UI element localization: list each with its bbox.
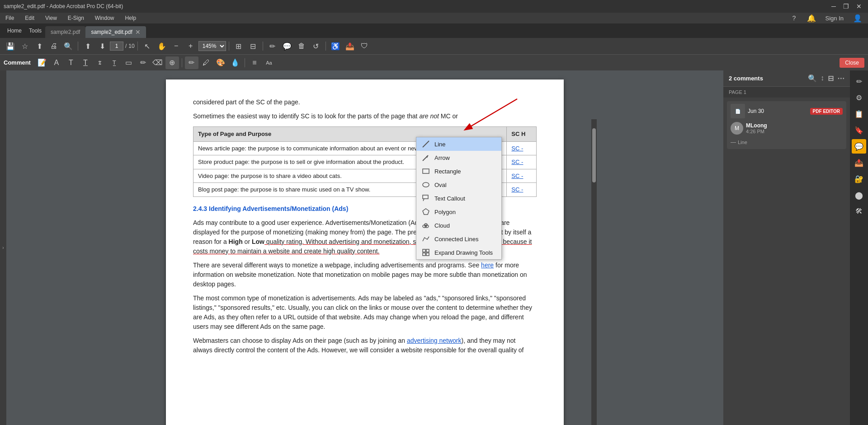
connected-lines-icon	[422, 235, 430, 243]
right-tool-4[interactable]: 🔖	[852, 123, 866, 137]
right-tool-5[interactable]: 📤	[852, 155, 866, 170]
prev-page-icon[interactable]: ⬆	[81, 40, 94, 52]
sticky-note-btn[interactable]: 📝	[35, 56, 49, 69]
text-box-btn[interactable]: ▭	[122, 56, 136, 69]
avatar: M	[731, 122, 743, 135]
para-ads3: The most common type of monetization is …	[193, 294, 537, 332]
table-header-2: SC H	[507, 127, 537, 142]
delete-icon[interactable]: 🗑	[295, 40, 308, 52]
stamp-btn[interactable]: ⊕	[165, 56, 179, 69]
table-cell-3-2: SC -	[507, 169, 537, 183]
refresh-icon[interactable]: ↺	[309, 40, 323, 52]
tab-close-icon[interactable]: ✕	[135, 28, 141, 36]
advertising-network-link[interactable]: advertising network	[407, 337, 462, 344]
comments-panel: 2 comments 🔍 ↕ ⊟ ⋯ PAGE 1 📄 Jun 30 PDF E…	[723, 70, 850, 425]
line-icon	[422, 140, 430, 148]
right-tool-7[interactable]: ⬤	[852, 188, 866, 202]
dd-connected-lines[interactable]: Connected Lines	[416, 232, 501, 246]
comment-draw-icon[interactable]: 💬	[280, 40, 294, 52]
list-btn[interactable]: ≡	[248, 56, 261, 69]
svg-rect-5	[423, 195, 428, 199]
restore-button[interactable]: ❐	[840, 2, 852, 11]
right-tool-comment-active[interactable]: 💬	[852, 139, 866, 154]
zoom-select[interactable]: 145%	[198, 41, 226, 51]
menu-view[interactable]: View	[43, 14, 59, 22]
pdf-viewer[interactable]: considered part of the SC of the page. S…	[6, 70, 723, 425]
svg-rect-14	[426, 253, 429, 256]
pdf-scrollbar[interactable]	[591, 119, 597, 425]
zoom-in-icon[interactable]: +	[184, 40, 198, 52]
hand-tool-icon[interactable]: ✋	[155, 40, 169, 52]
dd-expand-drawing-tools[interactable]: Expand Drawing Tools	[416, 246, 501, 259]
sign-in-button[interactable]: Sign In	[822, 14, 847, 23]
print-icon[interactable]: 🖨	[47, 40, 61, 52]
notifications-icon[interactable]: 🔔	[805, 12, 818, 24]
select-tool-icon[interactable]: ↖	[141, 40, 154, 52]
help-icon[interactable]: ?	[788, 12, 801, 24]
text-insert-btn[interactable]: T	[64, 56, 78, 69]
highlight-btn[interactable]: A	[50, 56, 63, 69]
profile-icon[interactable]: 👤	[851, 12, 864, 24]
text-replace-btn[interactable]: T̲	[108, 56, 121, 69]
dd-rectangle[interactable]: Rectangle	[416, 164, 501, 178]
menu-file[interactable]: File	[4, 14, 16, 22]
comment-author: MLoong	[746, 122, 843, 129]
page-nav: / 10	[110, 42, 135, 51]
filter-comments-icon[interactable]: ⊟	[828, 74, 834, 83]
annotation-btn[interactable]: 🖊	[199, 56, 213, 69]
tab-sample2-edit[interactable]: sample2_edit.pdf ✕	[85, 26, 146, 38]
here-link[interactable]: here	[481, 262, 494, 269]
search-icon[interactable]: 🔍	[61, 40, 75, 52]
tab-sample2[interactable]: sample2.pdf	[45, 26, 85, 38]
right-tool-6[interactable]: 🔐	[852, 172, 866, 186]
dd-line[interactable]: Line	[416, 137, 501, 151]
comment-author-section: M MLoong 4:26 PM	[727, 121, 846, 137]
save-icon[interactable]: 💾	[4, 40, 17, 52]
text-edit-btn[interactable]: 𝕿	[93, 56, 107, 69]
scroll-thumb[interactable]	[592, 128, 596, 182]
view-options-icon[interactable]: ⊞	[232, 40, 245, 52]
dd-cloud[interactable]: Cloud	[416, 219, 501, 232]
menu-help[interactable]: Help	[123, 14, 138, 22]
drawing-tools-dropdown: Line Arrow Rectangle Oval	[416, 137, 502, 260]
home-link[interactable]: Home	[7, 28, 22, 34]
tools-link[interactable]: Tools	[29, 28, 42, 34]
upload-icon[interactable]: ⬆	[33, 40, 46, 52]
close-button[interactable]: ✕	[854, 2, 864, 11]
dd-arrow[interactable]: Arrow	[416, 151, 501, 164]
menu-esign[interactable]: E-Sign	[66, 14, 86, 22]
zoom-out-icon[interactable]: −	[170, 40, 183, 52]
dd-polygon[interactable]: Polygon	[416, 205, 501, 219]
text-underline-btn[interactable]: T	[79, 56, 92, 69]
right-tool-2[interactable]: ⚙	[852, 90, 866, 105]
share-icon[interactable]: 📤	[343, 40, 357, 52]
right-tool-1[interactable]: ✏	[852, 74, 866, 89]
right-tool-3[interactable]: 📋	[852, 107, 866, 121]
color-btn[interactable]: 🎨	[214, 56, 227, 69]
pages-icon[interactable]: ⊟	[246, 40, 260, 52]
svg-line-0	[423, 141, 429, 147]
page-number-input[interactable]	[110, 42, 123, 51]
bookmark-icon[interactable]: ☆	[18, 40, 32, 52]
freehand-btn[interactable]: ✏	[137, 56, 150, 69]
dd-text-callout[interactable]: Text Callout	[416, 191, 501, 205]
sort-comments-icon[interactable]: ↕	[821, 74, 824, 83]
content-area: › considered part of the SC of the page.…	[0, 70, 868, 425]
font-size-btn[interactable]: Aa	[262, 56, 276, 69]
more-comments-icon[interactable]: ⋯	[837, 74, 844, 83]
left-panel-toggle[interactable]: ›	[0, 70, 6, 425]
minimize-button[interactable]: ─	[829, 2, 839, 11]
ink-btn[interactable]: 💧	[228, 56, 242, 69]
eraser-btn[interactable]: ⌫	[151, 56, 165, 69]
accessibility-icon[interactable]: ♿	[329, 40, 342, 52]
close-comment-btn[interactable]: Close	[840, 58, 864, 68]
search-comments-icon[interactable]: 🔍	[808, 74, 817, 83]
right-tool-8[interactable]: 🛠	[852, 204, 866, 219]
drawing-tools-btn[interactable]: ✏	[185, 56, 198, 69]
next-page-icon[interactable]: ⬇	[95, 40, 109, 52]
protect-icon[interactable]: 🛡	[358, 40, 371, 52]
menu-edit[interactable]: Edit	[23, 14, 36, 22]
menu-window[interactable]: Window	[93, 14, 116, 22]
dd-oval[interactable]: Oval	[416, 178, 501, 191]
edit-icon[interactable]: ✏	[266, 40, 279, 52]
